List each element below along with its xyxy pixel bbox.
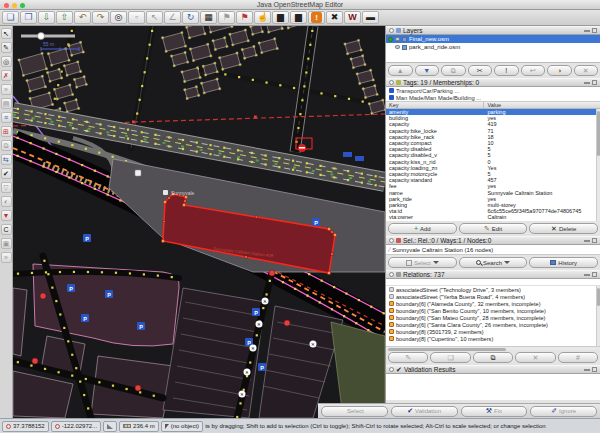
collapse-icon[interactable] — [389, 28, 394, 33]
tag-row[interactable]: amenity parking — [386, 109, 600, 115]
map-node[interactable] — [17, 137, 19, 139]
new-file-button[interactable]: ❏ — [2, 11, 19, 24]
delete-relation-button[interactable]: ✕ — [515, 352, 555, 363]
map-node[interactable] — [139, 99, 141, 101]
map-node[interactable] — [214, 62, 216, 64]
map-node[interactable] — [333, 176, 335, 178]
map-node[interactable] — [184, 51, 186, 53]
map-node[interactable] — [293, 87, 295, 89]
validation-results-list[interactable] — [386, 374, 600, 400]
map-node[interactable] — [209, 153, 211, 155]
map-node[interactable] — [209, 144, 211, 146]
map-node[interactable] — [51, 103, 53, 105]
map-node[interactable] — [299, 113, 301, 115]
map-node[interactable] — [232, 44, 234, 46]
map-node[interactable] — [17, 155, 19, 157]
map-node[interactable] — [357, 39, 359, 41]
changeset-button[interactable]: C — [1, 224, 12, 235]
map-node[interactable] — [83, 75, 85, 77]
map-node[interactable] — [207, 43, 209, 45]
preset-link[interactable]: Man Made/Man Made/Building ... — [386, 94, 600, 101]
map-node[interactable] — [85, 378, 87, 380]
map-node[interactable] — [352, 66, 354, 68]
map-node[interactable] — [107, 175, 109, 177]
map-node[interactable] — [49, 80, 51, 82]
map-node[interactable] — [17, 108, 19, 110]
map-node[interactable] — [375, 184, 377, 186]
map-node[interactable] — [196, 67, 198, 69]
map-node[interactable] — [66, 74, 68, 76]
map-node[interactable] — [77, 61, 79, 63]
map-node[interactable] — [241, 48, 243, 50]
tag-row[interactable]: capacity:disabled_v 5 — [386, 152, 600, 158]
map-node[interactable] — [222, 68, 224, 70]
map-node[interactable] — [73, 78, 75, 80]
map-node[interactable] — [273, 38, 275, 40]
map-node[interactable] — [376, 93, 378, 95]
tag-row[interactable]: capacity:disabled 5 — [386, 146, 600, 152]
map-node[interactable] — [199, 76, 201, 78]
layer-row[interactable]: Final_new.osm — [386, 35, 600, 43]
map-node[interactable] — [364, 96, 366, 98]
zoom-search-button[interactable]: ◎ — [110, 11, 127, 24]
map-node[interactable] — [321, 280, 323, 282]
redo-button[interactable]: ↷ — [92, 11, 109, 24]
map-node[interactable] — [63, 102, 65, 104]
map-node[interactable] — [251, 161, 253, 163]
layer-opacity-button[interactable]: ◑ — [547, 65, 572, 76]
map-node[interactable] — [297, 127, 299, 129]
map-node[interactable] — [218, 56, 220, 58]
layer-warning-button[interactable]: ! — [494, 65, 519, 76]
layer-merge-button[interactable]: ↩ — [521, 65, 546, 76]
map-node[interactable] — [255, 54, 257, 56]
search-button[interactable]: Search — [459, 257, 528, 268]
tag-row[interactable]: capacity:compact 10 — [386, 140, 600, 146]
map-node[interactable] — [245, 256, 247, 258]
map-node[interactable] — [328, 272, 331, 275]
map-node[interactable] — [333, 167, 335, 169]
map-node[interactable] — [319, 301, 321, 303]
map-node[interactable] — [189, 48, 191, 50]
map-node[interactable] — [238, 76, 240, 78]
map-node[interactable] — [31, 272, 33, 274]
preset-figure-button[interactable]: ⚑ — [236, 11, 253, 24]
measure-tool-button[interactable]: ∠ — [164, 11, 181, 24]
refresh-button[interactable]: ↻ — [182, 11, 199, 24]
more-modes-button[interactable]: » — [1, 84, 12, 95]
map-node[interactable] — [163, 220, 165, 222]
map-node[interactable] — [264, 163, 266, 165]
map-node[interactable] — [17, 361, 19, 363]
map-node[interactable] — [375, 175, 377, 177]
map-node[interactable] — [358, 299, 360, 301]
map-node[interactable] — [301, 99, 303, 101]
map-node[interactable] — [267, 31, 269, 33]
map-node[interactable] — [31, 110, 33, 112]
map-node[interactable] — [362, 88, 364, 90]
map-node[interactable] — [30, 160, 32, 162]
duplicate-relation-button[interactable]: ⧉ — [473, 352, 513, 363]
map-node[interactable] — [112, 156, 114, 158]
map-node[interactable] — [360, 49, 362, 51]
map-node[interactable] — [361, 173, 363, 175]
map-node[interactable] — [203, 92, 205, 94]
map-node[interactable] — [269, 280, 271, 282]
map-node[interactable] — [67, 340, 69, 342]
map-node[interactable] — [292, 169, 294, 171]
tags-scrollbar[interactable] — [596, 109, 600, 221]
map-node[interactable] — [157, 275, 159, 277]
delete-preset-button[interactable]: ✖ — [326, 11, 343, 24]
close-icon[interactable] — [592, 80, 597, 85]
map-node[interactable] — [77, 107, 79, 109]
map-node[interactable] — [350, 58, 352, 60]
map-node[interactable] — [42, 147, 44, 149]
map-node[interactable] — [18, 59, 20, 61]
map-node[interactable] — [306, 162, 308, 164]
map-node[interactable] — [141, 140, 143, 142]
map-node[interactable] — [170, 55, 172, 57]
map-node[interactable] — [239, 402, 241, 404]
map-node[interactable] — [86, 130, 88, 132]
map-node[interactable] — [355, 322, 357, 324]
map-node[interactable] — [309, 44, 311, 46]
map-node[interactable] — [231, 26, 233, 28]
map-node[interactable] — [22, 74, 24, 76]
